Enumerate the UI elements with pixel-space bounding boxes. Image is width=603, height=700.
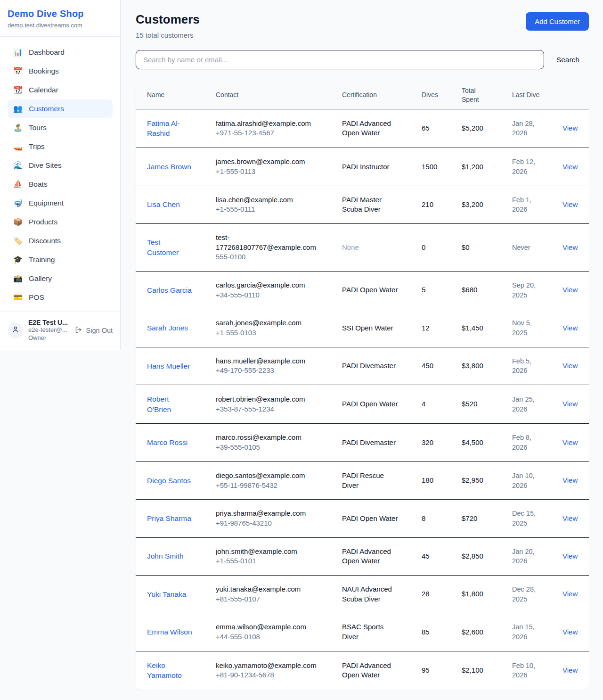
sign-out-button[interactable]: Sign Out (75, 326, 114, 335)
customer-name-link[interactable]: Fatima Al-Rashid (147, 119, 180, 138)
column-header-dives: Dives (410, 82, 450, 109)
customer-name-link[interactable]: Carlos Garcia (147, 286, 192, 294)
customer-email: james.brown@example.com (216, 157, 316, 167)
customer-phone: +971-55-123-4567 (216, 128, 319, 138)
column-header-name: Name (136, 82, 204, 109)
sign-out-label: Sign Out (86, 327, 113, 334)
tours-icon: 🏝️ (13, 123, 23, 132)
sidebar-item-tours[interactable]: 🏝️ Tours (8, 118, 113, 137)
customer-name-link[interactable]: James Brown (147, 163, 191, 171)
sidebar-item-boats[interactable]: ⛵ Boats (8, 175, 113, 193)
view-link[interactable]: View (562, 476, 578, 484)
customer-dives: 95 (422, 666, 430, 674)
customer-name-link[interactable]: Test Customer (147, 238, 179, 256)
search-row: Search (136, 50, 589, 69)
customer-dives: 45 (422, 552, 430, 560)
table-row: Priya Sharma priya.sharma@example.com +9… (136, 500, 589, 537)
table-header-row: Name Contact Certification Dives Total S… (136, 82, 589, 109)
customer-total-spent: $2,100 (462, 666, 483, 674)
customer-name-link[interactable]: Hans Mueller (147, 362, 190, 370)
table-row: Keiko Yamamoto keiko.yamamoto@example.co… (136, 651, 589, 690)
table-row: Hans Mueller hans.mueller@example.com +4… (136, 347, 589, 385)
customer-dives: 85 (422, 628, 430, 636)
customer-certification: PADI Open Water (342, 400, 398, 408)
shop-title: Demo Dive Shop (8, 8, 113, 19)
sidebar-item-training[interactable]: 🎓 Training (8, 250, 113, 269)
calendar-icon: 📆 (13, 85, 23, 94)
customer-name-link[interactable]: Sarah Jones (147, 324, 188, 332)
customer-last-dive: Feb 1, 2026 (512, 196, 531, 214)
view-link[interactable]: View (562, 666, 578, 674)
sidebar-item-discounts[interactable]: 🏷️ Discounts (8, 231, 113, 250)
search-button[interactable]: Search (556, 56, 579, 64)
customer-phone: +81-555-0107 (216, 594, 319, 604)
trips-icon: 🚤 (13, 142, 23, 151)
customer-dives: 8 (422, 514, 425, 522)
customer-last-dive: Nov 5, 2025 (512, 319, 532, 337)
customer-name-link[interactable]: John Smith (147, 552, 184, 560)
customer-certification: PADI Instructor (342, 163, 390, 171)
view-link[interactable]: View (562, 200, 578, 208)
customer-name-link[interactable]: Lisa Chen (147, 200, 180, 208)
sidebar-item-customers[interactable]: 👥 Customers (8, 99, 113, 118)
sidebar-item-label: Gallery (29, 274, 52, 283)
customer-email: lisa.chen@example.com (216, 195, 316, 205)
sidebar-item-label: Bookings (29, 67, 59, 75)
view-link[interactable]: View (562, 362, 578, 370)
customer-certification: None (342, 243, 359, 251)
view-link[interactable]: View (562, 438, 578, 446)
customer-name-link[interactable]: Keiko Yamamoto (147, 661, 182, 680)
customer-email: robert.obrien@example.com (216, 395, 316, 404)
view-link[interactable]: View (562, 552, 578, 560)
customer-certification: PADI Advanced Open Water (342, 661, 391, 679)
customer-name-link[interactable]: Diego Santos (147, 477, 191, 485)
customer-name-link[interactable]: Yuki Tanaka (147, 590, 186, 598)
view-link[interactable]: View (562, 163, 578, 171)
dive-sites-icon: 🌊 (13, 161, 23, 170)
table-row: Marco Rossi marco.rossi@example.com +39-… (136, 424, 589, 461)
customer-phone: +55-11-99876-5432 (216, 481, 319, 491)
view-link[interactable]: View (562, 324, 578, 332)
customer-total-spent: $1,450 (462, 324, 483, 332)
view-link[interactable]: View (562, 628, 578, 636)
sidebar-header: Demo Dive Shop demo.test.divestreams.com (0, 0, 120, 37)
sidebar-item-trips[interactable]: 🚤 Trips (8, 137, 113, 156)
customer-certification: PADI Divemaster (342, 438, 396, 446)
sidebar-item-pos[interactable]: 💳 POS (8, 288, 113, 306)
customer-phone: +1-555-0111 (216, 205, 319, 214)
sidebar-item-calendar[interactable]: 📆 Calendar (8, 81, 113, 99)
view-link[interactable]: View (562, 590, 578, 598)
view-link[interactable]: View (562, 124, 578, 132)
view-link[interactable]: View (562, 286, 578, 294)
customer-name-link[interactable]: Priya Sharma (147, 514, 191, 522)
search-input[interactable] (136, 50, 544, 69)
sidebar-item-products[interactable]: 📦 Products (8, 213, 113, 231)
view-link[interactable]: View (562, 400, 578, 408)
main-content: Customers 15 total customers Add Custome… (121, 0, 603, 690)
user-meta: E2E Test U... e2e-tester@... Owner (28, 319, 70, 342)
add-customer-button[interactable]: Add Customer (526, 12, 589, 31)
customer-total-spent: $520 (462, 400, 477, 408)
table-row: Yuki Tanaka yuki.tanaka@example.com +81-… (136, 575, 589, 613)
customer-certification: BSAC Sports Diver (342, 623, 383, 641)
customer-name-link[interactable]: Marco Rossi (147, 438, 187, 446)
customers-icon: 👥 (13, 104, 23, 113)
customer-total-spent: $3,800 (462, 362, 483, 370)
view-link[interactable]: View (562, 514, 578, 522)
sidebar-item-label: Boats (29, 180, 48, 189)
customer-name-link[interactable]: Emma Wilson (147, 628, 192, 636)
customer-dives: 5 (422, 286, 425, 294)
customer-dives: 180 (422, 476, 433, 484)
sidebar-item-bookings[interactable]: 📅 Bookings (8, 62, 113, 80)
view-link[interactable]: View (562, 243, 578, 251)
customer-email: carlos.garcia@example.com (216, 280, 316, 290)
table-row: Carlos Garcia carlos.garcia@example.com … (136, 271, 589, 309)
customer-phone: +353-87-555-1234 (216, 404, 319, 414)
sidebar-item-equipment[interactable]: 🤿 Equipment (8, 194, 113, 212)
customer-name-link[interactable]: Robert O'Brien (147, 395, 171, 413)
sidebar-item-label: Products (29, 218, 57, 226)
sidebar-item-gallery[interactable]: 📸 Gallery (8, 269, 113, 288)
customer-certification: PADI Rescue Diver (342, 471, 384, 489)
sidebar-item-dashboard[interactable]: 📊 Dashboard (8, 43, 113, 61)
sidebar-item-dive-sites[interactable]: 🌊 Dive Sites (8, 156, 113, 174)
